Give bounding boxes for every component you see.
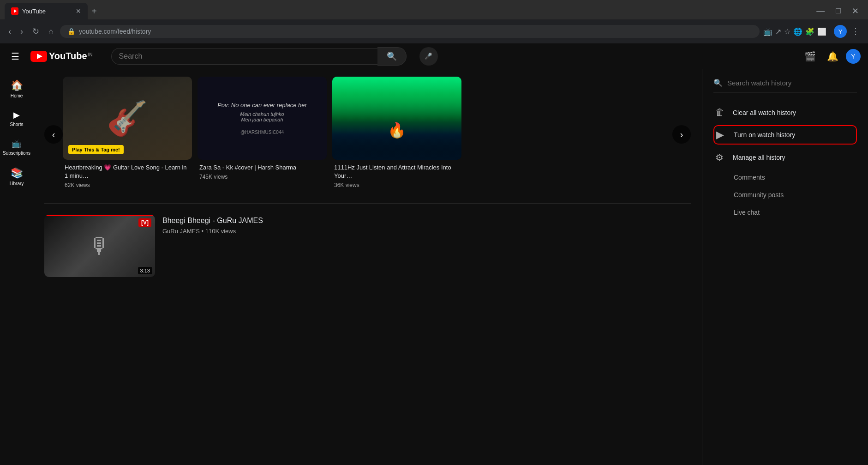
minimize-button[interactable]: — — [812, 4, 829, 18]
clear-history-button[interactable]: 🗑 Clear all watch history — [713, 102, 857, 123]
turn-on-history-button[interactable]: ▶ Turn on watch history — [713, 125, 857, 145]
youtube-logo-text: YouTubeIN — [49, 51, 93, 61]
subscriptions-icon: 📺 — [12, 139, 22, 149]
sidebar-toggle-icon[interactable]: ⬜ — [817, 27, 826, 36]
comments-label: Comments — [734, 174, 765, 181]
back-button[interactable]: ‹ — [6, 24, 14, 39]
community-posts-sub-item[interactable]: Community posts — [713, 186, 857, 204]
search-history-input[interactable] — [727, 79, 857, 87]
singer-visual: Pov: No one can ever replace her Mein ch… — [198, 77, 327, 160]
search-input[interactable] — [111, 48, 377, 65]
address-text: youtube.com/feed/history — [79, 28, 752, 35]
list-video-item[interactable]: 🎙 [V] 3:13 Bheegi Bheegi - GuRu JAMES Gu… — [44, 211, 691, 281]
video-thumb-guitar: 🎸 Play This & Tag me! — [63, 77, 192, 160]
trash-icon: 🗑 — [715, 107, 726, 118]
list-video-channel: GuRu JAMES — [162, 228, 200, 235]
youtube-logo[interactable]: YouTubeIN — [30, 51, 93, 62]
video-thumb-aurora: 🔥 — [332, 77, 461, 160]
instagram-handle: @HARSHMUSIC044 — [217, 130, 307, 135]
turn-on-history-label: Turn on watch history — [734, 131, 795, 139]
forward-button[interactable]: › — [18, 24, 26, 39]
search-button[interactable]: 🔍 — [377, 47, 407, 66]
browser-profile-avatar[interactable]: Y — [834, 25, 847, 38]
play-tag: Play This & Tag me! — [68, 145, 124, 154]
translate-icon[interactable]: 🌐 — [793, 27, 802, 36]
reload-button[interactable]: ↻ — [30, 24, 42, 39]
address-bar-actions: 📺 ↗ ☆ 🌐 🧩 ⬜ — [763, 27, 826, 36]
library-icon: 📚 — [11, 167, 23, 179]
sidebar-subscriptions-label: Subscriptions — [3, 151, 30, 156]
search-history-wrap: 🔍 — [713, 79, 857, 92]
carousel-next-button[interactable]: › — [672, 125, 691, 144]
extensions-icon[interactable]: 🧩 — [805, 27, 814, 36]
video-title-singer: Zara Sa - Kk #cover | Harsh Sharma — [199, 163, 325, 172]
community-posts-label: Community posts — [734, 191, 784, 199]
maximize-button[interactable]: □ — [831, 4, 845, 18]
sidebar-item-subscriptions[interactable]: 📺 Subscriptions — [1, 134, 32, 161]
sidebar-shorts-label: Shorts — [10, 122, 24, 127]
sidebar-item-library[interactable]: 📚 Library — [1, 163, 32, 191]
sidebar: 🏠 Home ▶ Shorts 📺 Subscriptions 📚 Librar… — [0, 69, 33, 465]
create-video-button[interactable]: 🎬 — [801, 47, 820, 66]
video-meta-singer: 745K views — [199, 174, 325, 180]
youtube-body: 🏠 Home ▶ Shorts 📺 Subscriptions 📚 Librar… — [0, 69, 868, 465]
home-icon: 🏠 — [11, 79, 23, 91]
video-carousel: ‹ 🎸 Play This & Tag me! Heartbreaking 💗 … — [44, 77, 691, 192]
sidebar-library-label: Library — [10, 181, 24, 187]
security-lock-icon: 🔒 — [67, 28, 75, 35]
avatar-letter: Y — [851, 53, 855, 60]
video-meta-guitar: 62K views — [65, 182, 190, 188]
youtube-logo-icon — [30, 51, 47, 62]
tab-close-button[interactable]: ✕ — [76, 7, 81, 15]
new-tab-button[interactable]: + — [88, 4, 101, 18]
video-card-aurora[interactable]: 🔥 1111Hz Just Listen and Attract Miracle… — [332, 77, 461, 192]
user-avatar[interactable]: Y — [846, 49, 861, 64]
list-video-views: 110K views — [205, 228, 236, 235]
tab-title: YouTube — [22, 8, 72, 15]
live-chat-label: Live chat — [734, 209, 760, 216]
carousel-prev-button[interactable]: ‹ — [44, 125, 63, 144]
section-divider — [44, 203, 691, 204]
close-window-button[interactable]: ✕ — [847, 4, 863, 18]
settings-icon: ⚙ — [715, 152, 726, 163]
live-chat-sub-item[interactable]: Live chat — [713, 204, 857, 221]
home-button[interactable]: ⌂ — [46, 24, 56, 39]
aurora-light — [332, 77, 461, 122]
header-actions: 🎬 🔔 Y — [801, 47, 861, 66]
list-video-title: Bheegi Bheegi - GuRu JAMES — [162, 217, 691, 225]
play-circle-icon: ▶ — [716, 129, 727, 141]
video-title-aurora: 1111Hz Just Listen and Attract Miracles … — [334, 163, 460, 180]
video-info-guitar: Heartbreaking 💗 Guitar Love Song - Learn… — [63, 160, 192, 192]
active-tab[interactable]: YouTube ✕ — [5, 3, 88, 19]
clear-history-label: Clear all watch history — [733, 109, 796, 116]
video-info-aurora: 1111Hz Just Listen and Attract Miracles … — [332, 160, 461, 192]
menu-button[interactable]: ☰ — [7, 47, 23, 66]
url-domain: youtube.com/feed/history — [79, 28, 151, 35]
video-duration: 3:13 — [138, 267, 152, 274]
video-card-singer[interactable]: Pov: No one can ever replace her Mein ch… — [198, 77, 327, 192]
tab-controls: — □ ✕ — [812, 4, 863, 18]
list-video-meta: GuRu JAMES • 110K views — [162, 228, 691, 235]
video-card-guitar[interactable]: 🎸 Play This & Tag me! Heartbreaking 💗 Gu… — [63, 77, 192, 192]
aurora-bg: 🔥 — [332, 77, 461, 160]
notifications-button[interactable]: 🔔 — [823, 47, 842, 66]
sidebar-item-home[interactable]: 🏠 Home — [1, 75, 32, 103]
main-content: ‹ 🎸 Play This & Tag me! Heartbreaking 💗 … — [33, 69, 702, 465]
screen-cast-icon[interactable]: 📺 — [763, 27, 772, 36]
voice-search-button[interactable]: 🎤 — [419, 47, 438, 66]
youtube-app: ☰ YouTubeIN 🔍 🎤 🎬 🔔 Y � — [0, 43, 868, 465]
browser-menu-icon[interactable]: ⋮ — [849, 24, 862, 38]
bookmark-icon[interactable]: ☆ — [784, 27, 790, 36]
address-input-wrap[interactable]: 🔒 youtube.com/feed/history — [60, 25, 760, 38]
comments-sub-item[interactable]: Comments — [713, 169, 857, 186]
share-icon[interactable]: ↗ — [775, 27, 781, 36]
logo-country: IN — [88, 52, 93, 57]
right-panel: 🔍 🗑 Clear all watch history ▶ Turn on wa… — [702, 69, 868, 465]
manage-history-button[interactable]: ⚙ Manage all history — [713, 146, 857, 169]
logo-word: YouTube — [49, 51, 87, 61]
tab-bar: YouTube ✕ + — □ ✕ — [0, 0, 868, 19]
browser-profile-actions: Y ⋮ — [834, 24, 862, 38]
video-cards-container: 🎸 Play This & Tag me! Heartbreaking 💗 Gu… — [63, 77, 672, 192]
video-info-singer: Zara Sa - Kk #cover | Harsh Sharma 745K … — [198, 160, 327, 184]
sidebar-item-shorts[interactable]: ▶ Shorts — [1, 105, 32, 132]
